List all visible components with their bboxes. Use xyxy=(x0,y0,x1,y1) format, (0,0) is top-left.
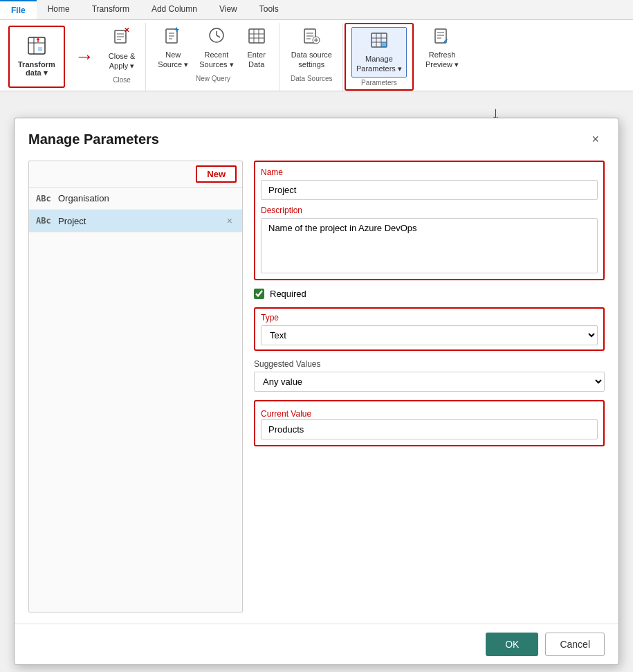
type-label: Type xyxy=(261,313,598,323)
suggested-values-group: Suggested Values Any value List of value… xyxy=(254,359,605,392)
dialog-footer: OK Cancel xyxy=(15,624,618,664)
close-group-label: Close xyxy=(113,75,131,87)
required-checkbox[interactable] xyxy=(254,289,264,299)
dialog-titlebar: Manage Parameters × xyxy=(15,118,618,155)
close-apply-button[interactable]: ✕ ↑ Close &Apply ▾ xyxy=(104,23,140,75)
new-source-icon: + xyxy=(164,26,182,48)
param-item-project[interactable]: ABc Project × xyxy=(29,210,242,233)
data-source-settings-icon xyxy=(302,26,320,48)
data-source-settings-label: Data sourcesettings xyxy=(291,50,332,70)
type-group: Type Text Number Date/Time Duration Bina… xyxy=(254,307,605,351)
enter-data-button[interactable]: EnterData xyxy=(240,23,273,73)
description-label: Description xyxy=(261,206,598,215)
enter-data-icon xyxy=(248,26,266,48)
ok-button[interactable]: OK xyxy=(486,633,538,656)
transform-icon xyxy=(27,36,46,60)
svg-text:↑: ↑ xyxy=(124,33,127,40)
enter-data-label: EnterData xyxy=(248,50,266,70)
new-source-label: NewSource ▾ xyxy=(158,50,188,70)
required-label: Required xyxy=(270,289,306,299)
suggested-values-select[interactable]: Any value List of values Query xyxy=(254,372,605,392)
suggested-values-label: Suggested Values xyxy=(254,359,605,369)
svg-text:+: + xyxy=(174,26,179,35)
name-input[interactable] xyxy=(261,180,598,200)
param-delete-proj[interactable]: × xyxy=(224,215,235,226)
new-btn-row: New xyxy=(29,161,242,188)
new-parameter-button[interactable]: New xyxy=(196,165,237,183)
tab-add-column[interactable]: Add Column xyxy=(140,0,208,19)
param-type-icon-proj: ABc xyxy=(36,216,53,226)
manage-parameters-icon xyxy=(370,30,388,53)
recent-sources-label: RecentSources ▾ xyxy=(199,50,233,70)
data-sources-group-label: Data Sources xyxy=(291,73,333,85)
tab-file[interactable]: File xyxy=(0,0,37,19)
recent-sources-icon xyxy=(208,26,226,48)
manage-parameters-button[interactable]: ManageParameters ▾ xyxy=(351,27,407,78)
parameters-group-label: Parameters xyxy=(361,78,397,89)
param-name-org: Organisation xyxy=(58,193,235,203)
close-apply-label: Close &Apply ▾ xyxy=(109,51,136,71)
ribbon-tabs: File Home Transform Add Column View Tool… xyxy=(0,0,633,20)
required-row: Required xyxy=(254,289,605,299)
current-value-label: Current Value xyxy=(261,409,311,419)
type-select[interactable]: Text Number Date/Time Duration Binary Lo… xyxy=(261,325,598,345)
parameter-details-panel: Name Description Name of the project in … xyxy=(254,161,605,612)
svg-line-17 xyxy=(217,35,220,37)
type-field-group: Type Text Number Date/Time Duration Bina… xyxy=(261,313,598,345)
ribbon-content: Transformdata ▾ → ✕ ↑ xyxy=(0,20,633,91)
current-value-group: Current Value xyxy=(254,400,605,446)
svg-rect-35 xyxy=(381,42,387,47)
description-field-group: Description Name of the project in Azure… xyxy=(261,206,598,273)
new-query-group-label: New Query xyxy=(196,73,230,85)
name-label: Name xyxy=(261,167,598,177)
manage-parameters-dialog: Manage Parameters × New ABc Organisation… xyxy=(14,118,619,665)
parameters-list-panel: New ABc Organisation ABc Project × xyxy=(28,161,243,612)
ribbon-group-parameters: ManageParameters ▾ Parameters xyxy=(345,23,414,91)
name-field-group: Name xyxy=(261,167,598,200)
description-textarea[interactable]: Name of the project in Azure DevOps xyxy=(261,218,598,273)
refresh-preview-button[interactable]: RefreshPreview ▾ xyxy=(421,23,464,73)
param-item-organisation[interactable]: ABc Organisation xyxy=(29,188,242,210)
svg-rect-18 xyxy=(249,29,264,43)
tab-home[interactable]: Home xyxy=(37,0,81,19)
param-name-proj: Project xyxy=(58,216,219,226)
parameter-list: ABc Organisation ABc Project × xyxy=(29,188,242,612)
cancel-button[interactable]: Cancel xyxy=(545,633,605,656)
ribbon-group-close: ✕ ↑ Close &Apply ▾ Close xyxy=(98,23,147,91)
data-source-settings-button[interactable]: Data sourcesettings xyxy=(286,23,337,73)
ribbon-group-refresh: RefreshPreview ▾ xyxy=(415,23,469,91)
name-description-group: Name Description Name of the project in … xyxy=(254,161,605,280)
ribbon: File Home Transform Add Column View Tool… xyxy=(0,0,633,91)
manage-parameters-label: ManageParameters ▾ xyxy=(356,54,402,74)
tab-transform[interactable]: Transform xyxy=(81,0,140,19)
refresh-preview-label: RefreshPreview ▾ xyxy=(425,50,459,70)
ribbon-group-new-query: + NewSource ▾ RecentSources ▾ xyxy=(147,23,279,91)
transform-data-button[interactable]: Transformdata ▾ xyxy=(8,26,65,88)
current-value-input[interactable] xyxy=(261,419,598,439)
arrow-right-annotation: → xyxy=(75,23,94,91)
refresh-preview-icon xyxy=(433,26,451,48)
new-source-button[interactable]: + NewSource ▾ xyxy=(153,23,193,73)
dialog-body: New ABc Organisation ABc Project × Name xyxy=(15,155,618,624)
tab-tools[interactable]: Tools xyxy=(248,0,290,19)
tab-view[interactable]: View xyxy=(208,0,248,19)
ribbon-group-data-sources: Data sourcesettings Data Sources xyxy=(281,23,343,91)
dialog-close-button[interactable]: × xyxy=(586,129,605,149)
recent-sources-button[interactable]: RecentSources ▾ xyxy=(194,23,238,73)
transform-data-label: Transformdata ▾ xyxy=(18,60,55,78)
param-type-icon-org: ABc xyxy=(36,194,53,203)
dialog-title: Manage Parameters xyxy=(28,131,159,147)
close-apply-icon: ✕ ↑ xyxy=(112,26,131,50)
svg-rect-36 xyxy=(435,29,446,43)
